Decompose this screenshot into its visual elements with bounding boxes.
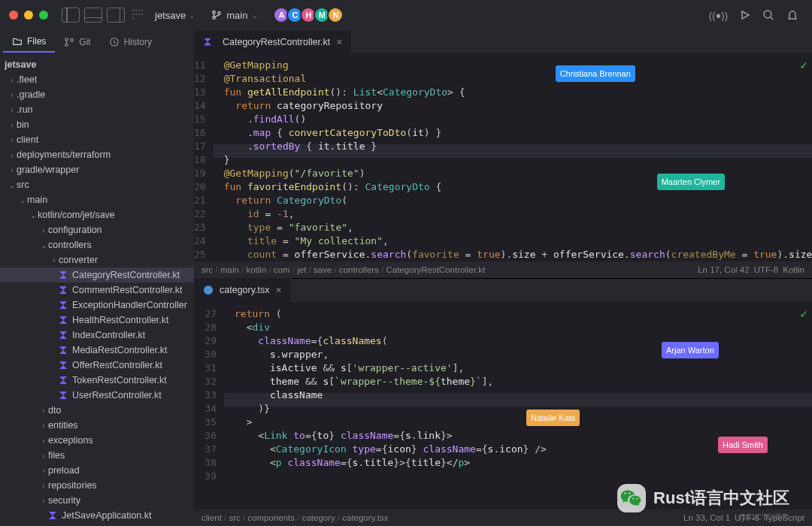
tree-folder[interactable]: ⌄controllers bbox=[0, 237, 194, 252]
tree-folder[interactable]: ›.gradle bbox=[0, 87, 194, 102]
tree-folder[interactable]: ›.fleet bbox=[0, 72, 194, 87]
tree-file[interactable]: CommentRestController.kt bbox=[0, 283, 194, 298]
tree-folder[interactable]: ›files bbox=[0, 448, 194, 463]
breadcrumb-item[interactable]: src bbox=[229, 513, 240, 522]
branch-name: main bbox=[226, 10, 247, 21]
toggle-right-panel-icon[interactable] bbox=[107, 8, 125, 23]
tree-folder[interactable]: ›.run bbox=[0, 102, 194, 117]
close-tab-icon[interactable]: × bbox=[336, 36, 342, 48]
file-tree[interactable]: jetsave ›.fleet›.gradle›.run›bin›client›… bbox=[0, 54, 194, 526]
tree-folder[interactable]: ›security bbox=[0, 493, 194, 508]
tree-label: CommentRestController.kt bbox=[72, 285, 183, 295]
notifications-icon[interactable] bbox=[786, 9, 798, 21]
editor2-lines[interactable]: return ( <div className={classNames( s.w… bbox=[224, 303, 812, 510]
chevron-icon: › bbox=[39, 407, 48, 415]
breadcrumb-item[interactable]: com bbox=[274, 265, 290, 274]
tree-file[interactable]: OfferRestController.kt bbox=[0, 358, 194, 373]
editor1-lines[interactable]: @GetMapping@Transactionalfun getAllEndpo… bbox=[214, 54, 812, 261]
chevron-icon: ⌄ bbox=[39, 241, 48, 249]
svg-point-0 bbox=[213, 11, 216, 14]
run-icon[interactable] bbox=[740, 10, 750, 20]
kotlin-file-icon bbox=[59, 286, 68, 295]
tree-folder[interactable]: ⌄kotlin/com/jet/save bbox=[0, 207, 194, 222]
breadcrumb-item[interactable]: client bbox=[201, 513, 222, 522]
tree-folder[interactable]: ›entities bbox=[0, 418, 194, 433]
editor2-breadcrumbs[interactable]: client / src / components / category / c… bbox=[201, 513, 389, 522]
tree-folder[interactable]: ›converter bbox=[0, 252, 194, 268]
project-name: jetsave bbox=[155, 10, 186, 21]
breadcrumb-item[interactable]: category bbox=[302, 513, 335, 522]
editor2-code[interactable]: ✓ 27282930313233343536373839 return ( <d… bbox=[194, 303, 812, 510]
editor1-breadcrumbs[interactable]: src / main / kotlin / com / jet / save /… bbox=[201, 265, 485, 274]
cursor-position[interactable]: Ln 17, Col 42 bbox=[698, 265, 749, 274]
minimize-window-button[interactable] bbox=[24, 11, 33, 20]
editor2-tab[interactable]: category.tsx × bbox=[194, 278, 292, 302]
breadcrumb-item[interactable]: category.tsx bbox=[342, 513, 388, 522]
sidebar-tab-files[interactable]: Files bbox=[3, 32, 55, 53]
tree-label: .run bbox=[17, 104, 33, 115]
tree-file[interactable]: MediaRestController.kt bbox=[0, 343, 194, 358]
drag-handle-icon[interactable] bbox=[132, 10, 143, 20]
editor1-gutter: 1112131415161718192021222324252627 bbox=[194, 54, 214, 261]
close-window-button[interactable] bbox=[9, 11, 18, 20]
chevron-icon: › bbox=[39, 452, 48, 460]
tree-file[interactable]: IndexController.kt bbox=[0, 328, 194, 343]
search-icon[interactable] bbox=[762, 9, 774, 21]
titlebar-right-actions: ((●)) bbox=[709, 9, 803, 21]
language-mode[interactable]: Kotlin bbox=[783, 265, 804, 274]
tree-folder[interactable]: ›deployments/terraform bbox=[0, 147, 194, 162]
tree-file[interactable]: TokenRestController.kt bbox=[0, 373, 194, 388]
svg-point-4 bbox=[65, 38, 68, 41]
avatar[interactable]: N bbox=[327, 7, 344, 23]
tree-folder[interactable]: ›preload bbox=[0, 463, 194, 478]
broadcast-icon[interactable]: ((●)) bbox=[709, 10, 728, 21]
toggle-left-panel-icon[interactable] bbox=[62, 8, 80, 23]
close-tab-icon[interactable]: × bbox=[275, 284, 281, 296]
cursor-position[interactable]: Ln 33, Col 1 bbox=[683, 513, 730, 522]
kotlin-file-icon bbox=[59, 271, 68, 280]
tree-file[interactable]: CategoryRestController.kt bbox=[0, 268, 194, 283]
tree-root[interactable]: jetsave bbox=[0, 57, 194, 72]
sidebar-tab-history[interactable]: History bbox=[100, 32, 161, 52]
chevron-down-icon: ⌄ bbox=[252, 11, 258, 20]
editor1-tab[interactable]: CategoryRestController.kt × bbox=[194, 30, 352, 54]
tree-file[interactable]: HealthRestController.kt bbox=[0, 313, 194, 328]
sidebar: Files Git History jetsave ›.fleet›.gradl… bbox=[0, 30, 194, 526]
watermark: Rust语言中文社区 bbox=[617, 484, 789, 512]
chevron-icon: › bbox=[8, 91, 17, 99]
kotlin-file-icon bbox=[59, 316, 68, 325]
tree-folder[interactable]: ›repositories bbox=[0, 478, 194, 493]
window-controls bbox=[9, 11, 48, 20]
sidebar-tab-git[interactable]: Git bbox=[55, 32, 99, 52]
tree-folder[interactable]: ›bin bbox=[0, 117, 194, 132]
tree-folder[interactable]: ⌄main bbox=[0, 192, 194, 207]
tree-folder[interactable]: ›client bbox=[0, 132, 194, 147]
panel-toggle-group bbox=[62, 8, 125, 23]
tree-folder[interactable]: ⌄src bbox=[0, 177, 194, 192]
project-selector[interactable]: jetsave ⌄ bbox=[155, 10, 195, 21]
breadcrumb-item[interactable]: controllers bbox=[339, 265, 379, 274]
chevron-icon: ⌄ bbox=[29, 211, 38, 219]
encoding[interactable]: UTF-8 bbox=[754, 265, 779, 274]
tree-label: exceptions bbox=[48, 435, 93, 446]
branch-selector[interactable]: main ⌄ bbox=[211, 10, 258, 21]
tree-folder[interactable]: ›gradle/wrapper bbox=[0, 162, 194, 177]
breadcrumb-item[interactable]: kotlin bbox=[246, 265, 266, 274]
tree-file[interactable]: JetSaveApplication.kt bbox=[0, 508, 194, 523]
tree-folder[interactable]: ›exceptions bbox=[0, 433, 194, 448]
breadcrumb-item[interactable]: save bbox=[314, 265, 332, 274]
tree-folder[interactable]: ›dto bbox=[0, 403, 194, 418]
tree-file[interactable]: ExceptionHandlerController bbox=[0, 298, 194, 313]
breadcrumb-item[interactable]: jet bbox=[297, 265, 306, 274]
breadcrumb-item[interactable]: main bbox=[220, 265, 239, 274]
chevron-down-icon: ⌄ bbox=[189, 11, 195, 20]
kotlin-file-icon bbox=[59, 331, 68, 340]
breadcrumb-item[interactable]: src bbox=[201, 265, 213, 274]
toggle-bottom-panel-icon[interactable] bbox=[84, 8, 102, 23]
tree-file[interactable]: UserRestController.kt bbox=[0, 388, 194, 403]
editor1-code[interactable]: ✓ 1112131415161718192021222324252627 @Ge… bbox=[194, 54, 812, 261]
tree-folder[interactable]: ›configuration bbox=[0, 222, 194, 237]
breadcrumb-item[interactable]: components bbox=[247, 513, 295, 522]
breadcrumb-item[interactable]: CategoryRestController.kt bbox=[386, 265, 486, 274]
maximize-window-button[interactable] bbox=[39, 11, 48, 20]
